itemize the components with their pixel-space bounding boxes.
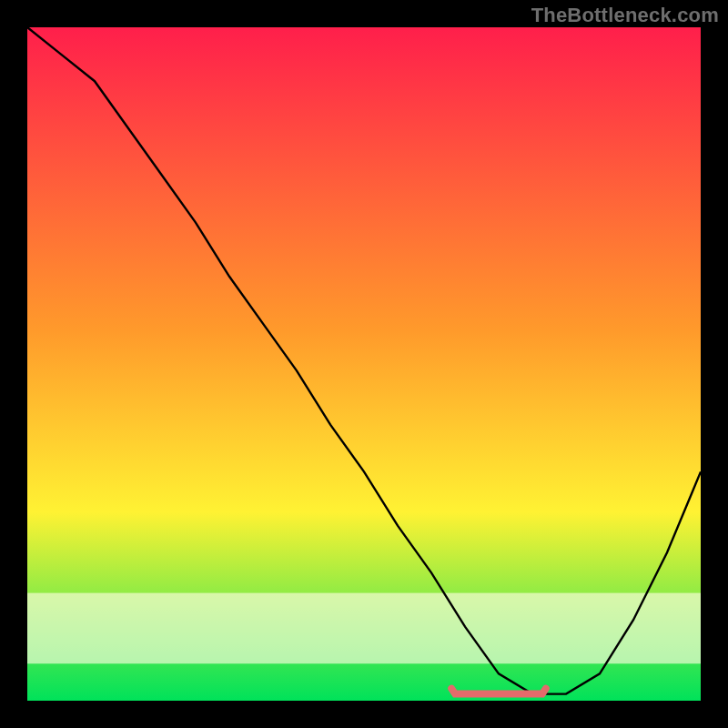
highlight-band (27, 593, 701, 664)
attribution-label: TheBottleneck.com (531, 4, 719, 27)
bottleneck-chart (0, 0, 728, 728)
chart-frame: TheBottleneck.com (0, 0, 728, 728)
